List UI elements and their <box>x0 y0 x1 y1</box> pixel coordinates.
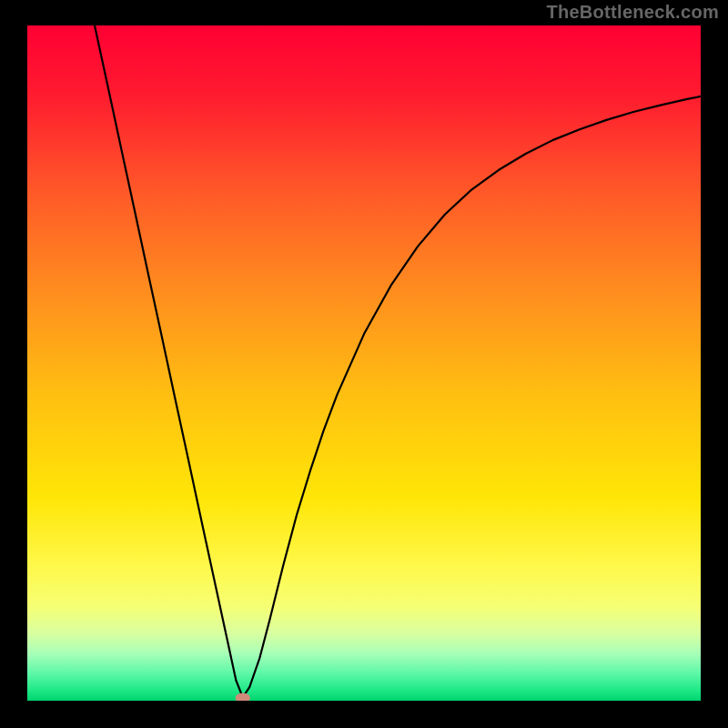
chart-container: TheBottleneck.com <box>0 0 728 728</box>
bottleneck-chart <box>27 25 701 701</box>
chart-background <box>27 25 701 701</box>
watermark-text: TheBottleneck.com <box>546 2 719 23</box>
plot-area <box>27 25 701 701</box>
